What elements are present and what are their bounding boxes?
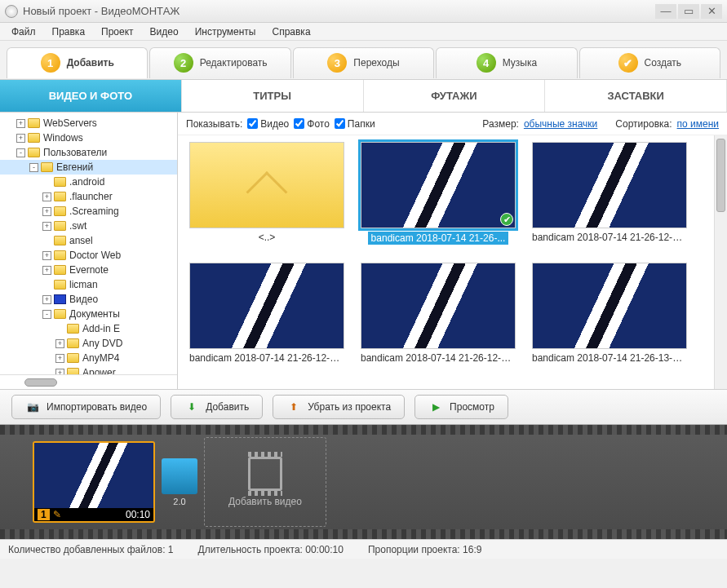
add-button[interactable]: ⬇Добавить <box>171 395 263 419</box>
clip-index: 1 <box>38 509 50 520</box>
grid-folder-item[interactable]: <..> <box>186 142 348 256</box>
tree-toggle-icon[interactable]: + <box>42 266 51 275</box>
folder-icon <box>54 280 66 290</box>
preview-button[interactable]: ▶Просмотр <box>414 395 508 419</box>
tree-toggle-icon[interactable]: + <box>55 354 64 363</box>
tree-toggle-icon[interactable]: + <box>55 339 64 348</box>
step-add[interactable]: 1Добавить <box>7 47 148 78</box>
size-link[interactable]: обычные значки <box>524 118 597 130</box>
tree-toggle-icon[interactable]: + <box>16 119 25 128</box>
step-add-label: Добавить <box>67 57 114 69</box>
filter-show-label: Показывать: <box>186 118 242 130</box>
menu-help[interactable]: Справка <box>264 24 318 39</box>
filter-photo-checkbox[interactable] <box>294 118 304 129</box>
tree-toggle-icon[interactable]: - <box>42 310 51 319</box>
tree-item-label: Евгений <box>56 161 93 173</box>
tree-item-label: Apower <box>82 367 116 374</box>
tree-item[interactable]: licman <box>0 277 177 292</box>
tree-toggle-icon[interactable]: + <box>42 192 51 201</box>
filter-video-check[interactable]: Видео <box>247 118 289 130</box>
menu-edit[interactable]: Правка <box>44 24 94 39</box>
status-aspect-value: 16:9 <box>463 544 481 555</box>
tree-toggle-icon[interactable]: + <box>42 222 51 231</box>
add-video-slot[interactable]: Добавить видео <box>204 437 326 527</box>
tree-item[interactable]: +Any DVD <box>0 336 177 351</box>
tree-toggle-icon[interactable]: - <box>29 163 38 172</box>
tree-item[interactable]: +Apower <box>0 365 177 374</box>
transition-slot[interactable] <box>162 458 197 494</box>
tree-item[interactable]: +.Screaming <box>0 204 177 219</box>
filter-video-checkbox[interactable] <box>247 118 258 129</box>
reel-icon <box>248 457 282 491</box>
clip-duration: 00:10 <box>126 509 150 520</box>
menu-video[interactable]: Видео <box>142 24 187 39</box>
tree-item[interactable]: +Doctor Web <box>0 248 177 263</box>
thumbnail-caption: <..> <box>259 232 276 243</box>
filter-photo-check[interactable]: Фото <box>294 118 330 130</box>
tree-item[interactable]: +Evernote <box>0 263 177 277</box>
remove-button[interactable]: ⬆Убрать из проекта <box>273 395 405 419</box>
menu-project[interactable]: Проект <box>93 24 142 39</box>
tree-item[interactable]: +Windows <box>0 130 177 145</box>
folder-icon <box>28 148 40 157</box>
edit-clip-icon[interactable]: ✎ <box>53 509 61 520</box>
close-button[interactable]: ✕ <box>701 4 722 19</box>
tree-item-label: .Screaming <box>69 206 119 217</box>
add-video-label: Добавить видео <box>228 496 302 507</box>
tree-item[interactable]: +.flauncher <box>0 189 177 204</box>
sort-link[interactable]: по имени <box>677 118 719 130</box>
filter-folders-checkbox[interactable] <box>335 118 345 129</box>
tree-toggle-icon[interactable]: + <box>42 251 51 260</box>
tab-intros[interactable]: ЗАСТАВКИ <box>545 80 727 112</box>
status-duration-value: 00:00:10 <box>305 544 344 555</box>
tree-toggle-icon[interactable]: + <box>42 295 51 304</box>
tab-titles[interactable]: ТИТРЫ <box>182 80 364 112</box>
tree-toggle-icon[interactable]: + <box>16 134 25 143</box>
step-music[interactable]: 4Музыка <box>436 47 577 78</box>
tree-item[interactable]: .android <box>0 175 177 189</box>
grid-video-item[interactable]: bandicam 2018-07-14 21-26-12-85... <box>186 263 348 377</box>
tree-item-label: Evernote <box>69 264 109 276</box>
tree-hscrollbar[interactable] <box>0 374 177 389</box>
grid-vscrollbar[interactable] <box>714 135 727 389</box>
tree-item[interactable]: Add-in E <box>0 321 177 336</box>
tree-item[interactable]: -Евгений <box>0 160 177 175</box>
folder-tree[interactable]: +WebServers+Windows-Пользователи-Евгений… <box>0 113 177 374</box>
folder-icon <box>28 133 40 143</box>
thumbnail-grid[interactable]: <..>✔bandicam 2018-07-14 21-26-...bandic… <box>178 135 727 389</box>
folder-icon <box>67 324 79 334</box>
tree-toggle-icon[interactable]: + <box>42 207 51 216</box>
tree-toggle-icon[interactable]: - <box>16 148 25 157</box>
step-create[interactable]: ✔Создать <box>579 47 720 78</box>
grid-video-item[interactable]: bandicam 2018-07-14 21-26-13-18... <box>529 263 690 377</box>
grid-video-item[interactable]: bandicam 2018-07-14 21-26-12-53... <box>529 142 690 256</box>
tree-toggle-icon[interactable]: + <box>55 369 64 375</box>
tree-item[interactable]: +WebServers <box>0 116 177 130</box>
folder-icon <box>54 206 66 216</box>
menu-file[interactable]: Файл <box>3 24 44 39</box>
grid-video-item[interactable]: bandicam 2018-07-14 21-26-12-96... <box>357 263 519 377</box>
tree-item[interactable]: +AnyMP4 <box>0 351 177 365</box>
folder-icon <box>54 265 66 275</box>
tree-item-label: Any DVD <box>82 338 122 349</box>
minimize-button[interactable]: — <box>655 4 676 19</box>
tree-item[interactable]: +Видео <box>0 292 177 307</box>
tab-footage[interactable]: ФУТАЖИ <box>364 80 546 112</box>
thumbnail-image <box>532 142 687 228</box>
tree-item[interactable]: -Пользователи <box>0 145 177 160</box>
filter-folders-check[interactable]: Папки <box>335 118 375 130</box>
step-trans-label: Переходы <box>353 57 399 69</box>
step-edit[interactable]: 2Редактировать <box>149 47 290 78</box>
grid-video-item[interactable]: ✔bandicam 2018-07-14 21-26-... <box>357 142 519 256</box>
tree-item[interactable]: ansel <box>0 233 177 248</box>
tree-item[interactable]: +.swt <box>0 219 177 233</box>
tree-item[interactable]: -Документы <box>0 307 177 321</box>
tab-video-photo[interactable]: ВИДЕО И ФОТО <box>0 80 182 112</box>
import-video-button[interactable]: 📷Импортировать видео <box>11 395 161 419</box>
step-transitions[interactable]: 3Переходы <box>293 47 434 78</box>
maximize-button[interactable]: ▭ <box>678 4 699 19</box>
menu-tools[interactable]: Инструменты <box>187 24 264 39</box>
tree-item-label: .swt <box>69 220 86 232</box>
timeline-clip[interactable]: 1 ✎ 00:10 <box>33 441 155 523</box>
folder-icon <box>41 162 53 172</box>
